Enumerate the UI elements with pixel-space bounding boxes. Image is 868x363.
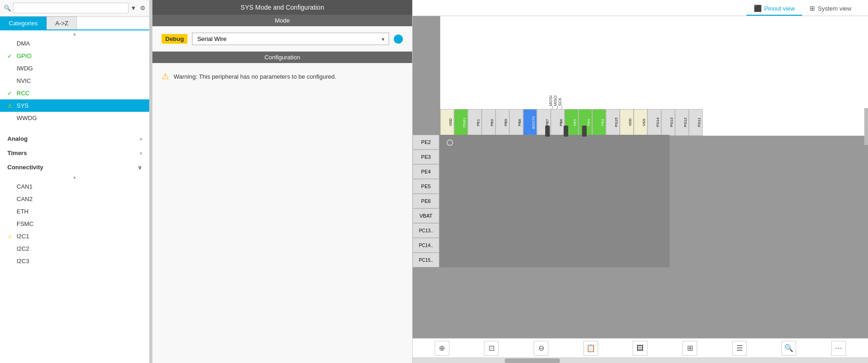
scroll-up-arrow[interactable]: ▲ bbox=[0, 30, 149, 37]
pinout-area: SPI1_MOSI SPI1_MISO SPI1_SCK VDD PDR1 PE… bbox=[413, 16, 868, 338]
tab-az[interactable]: A->Z bbox=[47, 17, 77, 29]
section-analog-label: Analog bbox=[7, 135, 28, 142]
left-pin-pe4[interactable]: PE4 bbox=[413, 164, 439, 179]
sidebar-item-sys[interactable]: ⚠ SYS bbox=[0, 99, 149, 112]
chip-area: PE2 PE3 PE4 PE5 PE6 VBAT PC13.. PC14.. P… bbox=[413, 135, 670, 267]
pin-pb3[interactable]: PB3 bbox=[592, 109, 606, 136]
pin-vdd-2[interactable]: VDD bbox=[620, 109, 634, 136]
tab-pinout-view[interactable]: ⬛ Pinout view bbox=[746, 2, 802, 16]
sidebar-item-fsmc[interactable]: FSMC bbox=[0, 218, 149, 230]
connectivity-chevron-down-icon: ∨ bbox=[138, 164, 142, 171]
export1-button[interactable]: 📋 bbox=[583, 341, 598, 356]
layout-button[interactable]: ⊞ bbox=[682, 341, 697, 356]
mode-select[interactable]: Serial Wire JTAG (5 pins) JTAG (4 pins) … bbox=[192, 33, 389, 45]
pin-vdd-1[interactable]: VDD bbox=[440, 109, 454, 136]
left-pin-pc15[interactable]: PC15.. bbox=[413, 253, 439, 267]
left-pin-pe2[interactable]: PE2 bbox=[413, 135, 439, 150]
mode-select-wrap: Serial Wire JTAG (5 pins) JTAG (4 pins) … bbox=[192, 33, 389, 45]
sidebar-item-rcc[interactable]: ✓ RCC bbox=[0, 87, 149, 99]
left-pin-vbat[interactable]: VBAT bbox=[413, 208, 439, 223]
center-title: SYS Mode and Configuration bbox=[152, 0, 412, 15]
view-tabs: ⬛ Pinout view ⊞ System view bbox=[413, 0, 868, 16]
search-bar: 🔍 ▼ ⚙ bbox=[0, 0, 149, 17]
pin-pg13[interactable]: PG13 bbox=[661, 109, 675, 136]
sidebar-item-can1[interactable]: CAN1 bbox=[0, 180, 149, 193]
sidebar-item-i2c2[interactable]: I2C2 bbox=[0, 242, 149, 255]
left-pin-pc13[interactable]: PC13.. bbox=[413, 223, 439, 238]
left-pin-pc14[interactable]: PC14.. bbox=[413, 238, 439, 253]
sidebar-item-wwdg-label: WWDG bbox=[17, 115, 37, 121]
zoom-in-button[interactable]: ⊕ bbox=[435, 341, 449, 356]
i2c1-warn-icon: ⚠ bbox=[7, 233, 14, 240]
sidebar-item-iwdg[interactable]: IWDG bbox=[0, 62, 149, 75]
settings-icon[interactable]: ⚙ bbox=[140, 5, 146, 12]
sidebar-item-can2[interactable]: CAN2 bbox=[0, 193, 149, 205]
sidebar-item-eth-label: ETH bbox=[17, 208, 29, 215]
sidebar-item-dma-label: DMA bbox=[17, 40, 30, 47]
mode-section-bar: Mode bbox=[152, 15, 412, 26]
sidebar-item-nvic[interactable]: NVIC bbox=[0, 75, 149, 87]
sidebar-item-eth[interactable]: ETH bbox=[0, 205, 149, 218]
horizontal-scrollbar[interactable] bbox=[413, 357, 868, 363]
sidebar-item-gpio[interactable]: ✓ GPIO bbox=[0, 50, 149, 62]
pin-pg11[interactable]: PG11 bbox=[689, 109, 703, 136]
tab-system-view-label: System view bbox=[818, 5, 851, 12]
scroll-mid-arrow[interactable]: ▲ bbox=[0, 173, 149, 180]
more-button[interactable]: ⋯ bbox=[831, 341, 846, 356]
system-view-icon: ⊞ bbox=[810, 5, 815, 12]
section-connectivity[interactable]: Connectivity ∨ bbox=[0, 159, 149, 173]
search-icon: 🔍 bbox=[4, 5, 11, 12]
section-timers-label: Timers bbox=[7, 150, 27, 156]
left-pin-pe3[interactable]: PE3 bbox=[413, 150, 439, 164]
sys-warn-icon: ⚠ bbox=[7, 103, 14, 109]
right-resize-handle[interactable] bbox=[864, 108, 868, 145]
pin-vss[interactable]: VSS bbox=[634, 109, 647, 136]
chip-body bbox=[439, 135, 670, 267]
pin-pg14[interactable]: PG14 bbox=[647, 109, 661, 136]
sidebar-content: ▲ DMA ✓ GPIO IWDG NVIC ✓ RCC bbox=[0, 30, 149, 363]
warning-text: Warning: This peripheral has no paramete… bbox=[174, 73, 336, 80]
search-panel-button[interactable]: 🔍 bbox=[781, 341, 796, 356]
sidebar-item-wwdg[interactable]: WWDG bbox=[0, 112, 149, 124]
sidebar-item-rcc-label: RCC bbox=[17, 90, 29, 97]
pin-pe0[interactable]: PE0 bbox=[482, 109, 495, 136]
analog-chevron-right-icon: › bbox=[140, 136, 142, 142]
tab-categories[interactable]: Categories bbox=[0, 17, 47, 29]
tab-system-view[interactable]: ⊞ System view bbox=[802, 2, 859, 16]
table-button[interactable]: ☰ bbox=[732, 341, 747, 356]
scrollbar-thumb[interactable] bbox=[505, 358, 560, 363]
tab-pinout-view-label: Pinout view bbox=[764, 5, 795, 12]
chip-circle-indicator bbox=[447, 139, 453, 146]
search-input[interactable] bbox=[13, 3, 128, 13]
pin-boot0[interactable]: BOOT0 bbox=[523, 109, 537, 136]
left-pin-pe6[interactable]: PE6 bbox=[413, 194, 439, 208]
center-panel: SYS Mode and Configuration Mode Debug Se… bbox=[152, 0, 413, 363]
connectivity-items: CAN1 CAN2 ETH FSMC ⚠ I2C1 bbox=[0, 180, 149, 267]
zoom-out-button[interactable]: ⊖ bbox=[534, 341, 548, 356]
top-area: SPI1_MOSI SPI1_MISO SPI1_SCK VDD PDR1 PE… bbox=[440, 16, 868, 136]
pin-pe1[interactable]: PE1 bbox=[468, 109, 482, 136]
export2-button[interactable]: 🖼 bbox=[633, 341, 647, 356]
config-section-bar: Configuration bbox=[152, 52, 412, 63]
pin-pb8[interactable]: PB8 bbox=[509, 109, 523, 136]
left-pin-pe5[interactable]: PE5 bbox=[413, 179, 439, 194]
fit-button[interactable]: ⊡ bbox=[484, 341, 499, 356]
sidebar-item-dma[interactable]: DMA bbox=[0, 37, 149, 50]
sidebar-item-can2-label: CAN2 bbox=[17, 196, 33, 202]
spi-mosi-pin bbox=[545, 126, 550, 137]
sidebar: 🔍 ▼ ⚙ Categories A->Z ▲ DMA ✓ GPIO IWDG bbox=[0, 0, 150, 363]
search-dropdown-arrow[interactable]: ▼ bbox=[130, 5, 136, 12]
section-timers[interactable]: Timers › bbox=[0, 145, 149, 159]
sidebar-item-iwdg-label: IWDG bbox=[17, 65, 33, 72]
right-panel: ⬛ Pinout view ⊞ System view SPI1_MOSI SP… bbox=[413, 0, 868, 363]
sidebar-item-i2c1[interactable]: ⚠ I2C1 bbox=[0, 230, 149, 242]
pin-pb9[interactable]: PB9 bbox=[495, 109, 509, 136]
pin-pg15[interactable]: PG15 bbox=[606, 109, 620, 136]
pin-pg12[interactable]: PG12 bbox=[675, 109, 689, 136]
sidebar-item-i2c3[interactable]: I2C3 bbox=[0, 255, 149, 267]
sidebar-item-can1-label: CAN1 bbox=[17, 183, 33, 190]
section-analog[interactable]: Analog › bbox=[0, 131, 149, 145]
pin-pdr1[interactable]: PDR1 bbox=[454, 109, 468, 136]
sidebar-item-i2c1-label: I2C1 bbox=[17, 233, 29, 240]
sidebar-item-sys-label: SYS bbox=[17, 102, 29, 109]
